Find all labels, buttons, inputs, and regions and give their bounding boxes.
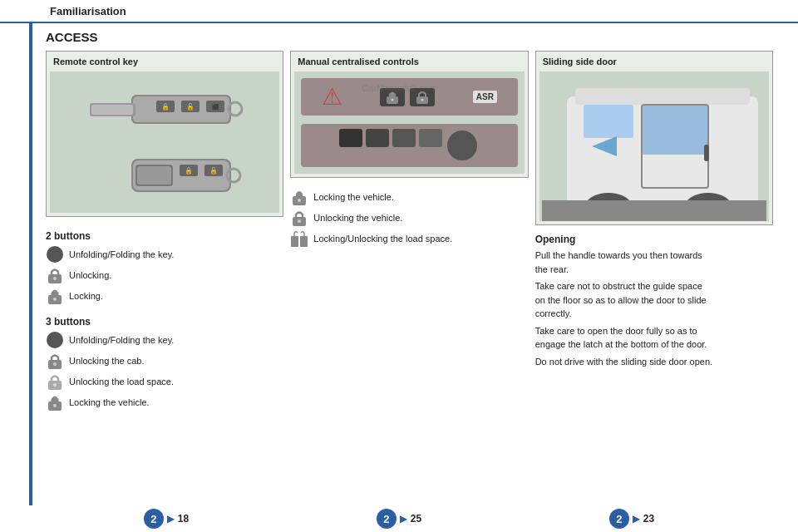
two-btn-row-2: Unlocking.: [46, 266, 283, 284]
two-btn-row-1: Unfolding/Folding the key.: [46, 245, 283, 264]
col-remote-control: Remote control key: [46, 51, 283, 516]
page-title: ACCESS: [46, 30, 773, 44]
svg-text:⬛: ⬛: [212, 103, 219, 111]
svg-rect-49: [542, 200, 766, 221]
nav-arrow-3: ▶: [633, 513, 640, 525]
opening-line-1: Pull the handle towards you then towards: [535, 249, 773, 263]
nav-circle-2: 2: [377, 509, 397, 529]
opening-line-5: correctly.: [535, 307, 773, 321]
col2-icon-rows: Locking the vehicle. Unlocking the vehic…: [290, 188, 528, 250]
nav-circle-3: 2: [609, 509, 629, 529]
two-btn-row-3: Locking.: [46, 287, 283, 305]
manual-controls-title: Manual centralised controls: [294, 55, 524, 68]
three-buttons-heading: 3 buttons: [46, 316, 283, 328]
two-btn-text-1: Unfolding/Folding the key.: [69, 249, 174, 259]
sliding-door-card: Sliding side door: [535, 51, 773, 225]
nav-arrow-2: ▶: [400, 513, 407, 525]
header-title: Familiarisation: [50, 5, 126, 17]
key-image-1: 🔒 🔓 ⬛: [81, 80, 248, 138]
opening-section: Opening Pull the handle towards you then…: [535, 234, 773, 368]
manual-image-area: ⚠: [294, 71, 524, 174]
bottom-btn-4: [419, 129, 442, 147]
bottom-btn-3: [392, 129, 416, 147]
door-image-area: [539, 71, 769, 221]
svg-point-23: [53, 298, 57, 301]
asr-label: ASR: [473, 91, 497, 103]
nav-num-2: 25: [411, 513, 421, 525]
main-content: ACCESS Remote control key: [0, 23, 798, 523]
top-bar: Familiarisation: [0, 0, 798, 23]
svg-text:🔒: 🔒: [185, 166, 193, 175]
lock-buttons-group: [380, 88, 435, 106]
nav-num-3: 23: [643, 513, 654, 525]
three-btn-row-1: Unfolding/Folding the key.: [46, 331, 283, 349]
remote-control-title: Remote control key: [50, 55, 279, 68]
opening-line-3: Take care not to obstruct the guide spac…: [535, 279, 773, 293]
three-btn-text-4: Locking the vehicle.: [69, 397, 150, 407]
control-panel-bottom: [301, 124, 517, 167]
col2-row-1: Locking the vehicle.: [290, 188, 528, 206]
svg-rect-39: [300, 236, 308, 247]
two-buttons-section: 2 buttons Unfolding/Folding the key.: [46, 225, 283, 308]
lock-vehicle-icon-col2: [290, 188, 308, 206]
nav-num-1: 18: [178, 513, 189, 525]
opening-heading: Opening: [535, 234, 773, 245]
col2-text-1: Locking the vehicle.: [313, 192, 394, 202]
col-manual-controls: Manual centralised controls ⚠: [290, 51, 528, 516]
circle-icon-1: [46, 245, 64, 264]
remote-control-card: Remote control key: [46, 51, 283, 217]
nav-group-2: 2 ▶ 25: [377, 509, 421, 529]
lock-btn-1: [380, 88, 405, 106]
page-container: Familiarisation CarManuals2.com ACCESS R…: [0, 0, 798, 532]
opening-line-6: Take care to open the door fully so as t…: [535, 324, 773, 338]
bottom-btns: [339, 129, 479, 162]
col2-row-3: Locking/Unlocking the load space.: [290, 229, 528, 248]
unlock-load-icon: [46, 372, 64, 391]
three-btn-text-1: Unfolding/Folding the key.: [69, 335, 174, 345]
three-btn-text-3: Unlocking the load space.: [69, 377, 174, 387]
bottom-btn-2: [366, 129, 389, 147]
svg-point-37: [298, 219, 301, 223]
nav-circle-1: 2: [144, 509, 164, 529]
svg-point-27: [53, 383, 57, 387]
col-sliding-door: Sliding side door: [535, 51, 773, 516]
round-btn-1: [447, 131, 477, 160]
svg-rect-44: [642, 105, 708, 155]
svg-text:🔓: 🔓: [209, 166, 218, 175]
opening-line-7: engage the latch at the bottom of the do…: [535, 337, 773, 352]
opening-line-2: the rear.: [535, 263, 773, 277]
key-image-2: 🔒 🔓: [81, 146, 248, 204]
circle-icon-3btn: [46, 331, 64, 349]
bottom-nav: 2 ▶ 18 2 ▶ 25 2 ▶ 23: [0, 509, 798, 529]
svg-text:🔓: 🔓: [186, 102, 195, 111]
unlock-cab-icon: [46, 352, 64, 370]
lock-unlock-load-icon-col2: [290, 229, 308, 248]
svg-rect-43: [584, 105, 633, 138]
warning-triangle-icon: ⚠: [322, 83, 342, 111]
svg-rect-38: [291, 236, 298, 247]
two-buttons-heading: 2 buttons: [46, 230, 283, 242]
key-image-area: 🔒 🔓 ⬛: [50, 71, 279, 213]
svg-point-31: [392, 98, 394, 101]
unlock-icon-2btn: [46, 266, 64, 284]
opening-line-8: Do not drive with the sliding side door …: [535, 355, 773, 369]
svg-rect-3: [91, 105, 133, 115]
van-svg: [542, 71, 766, 221]
manual-controls-card: Manual centralised controls ⚠: [290, 51, 528, 178]
svg-point-33: [421, 98, 424, 101]
lock-vehicle-icon-3btn: [46, 393, 64, 411]
three-btn-row-3: Unlocking the load space.: [46, 372, 283, 391]
two-btn-text-3: Locking.: [69, 291, 103, 301]
svg-point-29: [53, 404, 57, 407]
left-stripe: [29, 23, 32, 505]
col2-text-2: Unlocking the vehicle.: [313, 213, 402, 223]
three-buttons-section: 3 buttons Unfolding/Folding the key.: [46, 311, 283, 414]
nav-group-1: 2 ▶ 18: [144, 509, 189, 529]
svg-point-21: [53, 277, 57, 280]
svg-rect-46: [704, 145, 709, 161]
three-btn-text-2: Unlocking the cab.: [69, 356, 145, 366]
lock-btn-2: [410, 88, 435, 106]
nav-arrow-1: ▶: [167, 513, 175, 525]
svg-text:🔒: 🔒: [161, 102, 170, 111]
two-btn-text-2: Unlocking.: [69, 270, 111, 280]
